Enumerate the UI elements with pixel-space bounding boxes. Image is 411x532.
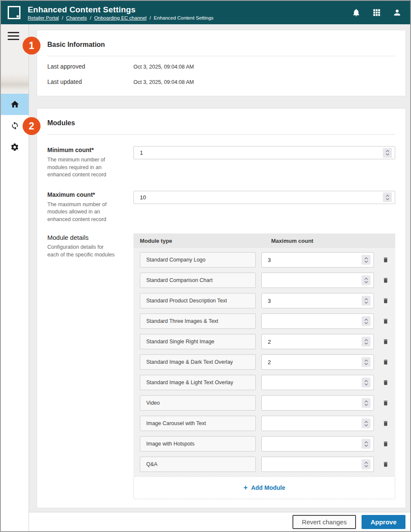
breadcrumb-link-onboarding-ec-channel[interactable]: Onboarding EC channel bbox=[94, 15, 147, 20]
module-max-count-field bbox=[261, 457, 374, 472]
settings-gear-icon bbox=[10, 143, 19, 152]
module-type-label: Standard Single Right Image bbox=[146, 339, 214, 345]
module-max-count-input[interactable] bbox=[261, 273, 374, 288]
module-table-row: Image with Hotspots bbox=[140, 436, 389, 451]
module-type-label: Standard Image & Light Text Overlay bbox=[146, 380, 233, 385]
module-type-label: Image Carousel with Text bbox=[146, 420, 206, 426]
module-max-count-input[interactable] bbox=[261, 457, 374, 472]
module-table-row: Standard Three Images & Text bbox=[140, 313, 389, 329]
last-updated-row: Last updated Oct 3, 2025, 09:04:08 AM bbox=[47, 78, 395, 85]
trash-icon bbox=[382, 460, 389, 468]
module-type-box: Standard Company Logo bbox=[140, 252, 256, 267]
trash-icon bbox=[382, 256, 389, 264]
module-type-label: Standard Three Images & Text bbox=[146, 318, 218, 324]
add-module-box: + Add Module bbox=[133, 476, 395, 499]
trash-icon bbox=[382, 379, 389, 386]
module-type-box: Standard Image & Dark Text Overlay bbox=[140, 354, 256, 370]
delete-module-button[interactable] bbox=[382, 378, 389, 387]
number-stepper[interactable] bbox=[362, 255, 370, 265]
minimum-count-input[interactable] bbox=[133, 146, 395, 159]
module-max-count-input[interactable] bbox=[261, 395, 374, 411]
module-max-count-input[interactable] bbox=[261, 436, 374, 451]
number-stepper[interactable] bbox=[362, 398, 370, 408]
module-table-row: Standard Comparison Chart bbox=[140, 273, 389, 288]
delete-module-button[interactable] bbox=[382, 358, 389, 366]
module-max-count-field bbox=[261, 293, 374, 308]
module-type-label: Image with Hotspots bbox=[146, 441, 194, 447]
module-type-label: Standard Image & Dark Text Overlay bbox=[146, 359, 233, 365]
delete-module-button[interactable] bbox=[382, 419, 389, 428]
add-module-label: Add Module bbox=[251, 484, 285, 491]
module-type-box: Image with Hotspots bbox=[140, 436, 256, 451]
module-max-count-input[interactable] bbox=[261, 252, 374, 267]
number-stepper[interactable] bbox=[362, 419, 370, 428]
module-type-box: Q&A bbox=[140, 457, 256, 472]
module-max-count-input[interactable] bbox=[261, 416, 374, 431]
module-max-count-input[interactable] bbox=[261, 334, 374, 349]
sidebar-item-home[interactable] bbox=[1, 94, 29, 115]
number-stepper[interactable] bbox=[362, 316, 370, 326]
account-person-icon[interactable] bbox=[393, 8, 402, 17]
delete-module-button[interactable] bbox=[382, 440, 389, 448]
header-icon-group bbox=[352, 8, 402, 17]
delete-module-button[interactable] bbox=[382, 276, 389, 285]
breadcrumb-link-channels[interactable]: Channels bbox=[66, 15, 87, 20]
module-details-label-col: Module details Configuration details for… bbox=[47, 233, 133, 499]
module-details-help: Configuration details for each of the sp… bbox=[47, 244, 116, 259]
maximum-count-input[interactable] bbox=[133, 191, 395, 204]
page-scroll-area[interactable]: Basic Information Last approved Oct 3, 2… bbox=[29, 24, 410, 512]
number-stepper[interactable] bbox=[362, 378, 370, 388]
module-max-count-field bbox=[261, 436, 374, 451]
header-text-block: Enhanced Content Settings Retailer Porta… bbox=[28, 5, 352, 20]
module-table-row: Video bbox=[140, 395, 389, 411]
approve-button[interactable]: Approve bbox=[362, 515, 405, 529]
module-max-count-input[interactable] bbox=[261, 313, 374, 329]
number-stepper[interactable] bbox=[362, 439, 370, 449]
modules-title: Modules bbox=[47, 119, 395, 127]
module-table-row: Standard Image & Dark Text Overlay bbox=[140, 354, 389, 370]
number-stepper[interactable] bbox=[362, 357, 370, 367]
brand-logo-dot bbox=[17, 15, 19, 17]
number-stepper[interactable] bbox=[383, 148, 392, 158]
sidebar-photo bbox=[1, 73, 29, 94]
apps-grid-icon[interactable] bbox=[372, 8, 381, 17]
delete-module-button[interactable] bbox=[382, 296, 389, 305]
number-stepper[interactable] bbox=[362, 460, 370, 469]
delete-module-button[interactable] bbox=[382, 399, 389, 407]
notifications-bell-icon[interactable] bbox=[352, 8, 361, 17]
module-max-count-input[interactable] bbox=[261, 375, 374, 390]
brand-logo-icon bbox=[8, 6, 20, 19]
delete-module-button[interactable] bbox=[382, 317, 389, 325]
module-max-count-input[interactable] bbox=[261, 293, 374, 308]
minimum-count-field-col bbox=[133, 146, 395, 179]
number-stepper[interactable] bbox=[362, 337, 370, 347]
module-max-count-input[interactable] bbox=[261, 354, 374, 370]
number-stepper[interactable] bbox=[362, 276, 370, 285]
maximum-count-row: Maximum count* The maximum number of mod… bbox=[47, 191, 395, 224]
delete-module-button[interactable] bbox=[382, 460, 389, 469]
page-title: Enhanced Content Settings bbox=[28, 5, 352, 14]
number-stepper[interactable] bbox=[383, 193, 392, 202]
number-stepper[interactable] bbox=[362, 296, 370, 306]
hamburger-menu-icon[interactable] bbox=[8, 32, 19, 40]
module-type-label: Video bbox=[146, 400, 160, 406]
maximum-count-field bbox=[133, 191, 395, 204]
add-module-button[interactable]: + Add Module bbox=[243, 484, 285, 491]
module-type-box: Standard Image & Light Text Overlay bbox=[140, 375, 256, 390]
delete-module-button[interactable] bbox=[382, 337, 389, 346]
breadcrumb-separator: / bbox=[150, 15, 151, 20]
revert-changes-button[interactable]: Revert changes bbox=[292, 515, 356, 529]
column-header-module-type: Module type bbox=[133, 238, 261, 244]
module-type-box: Standard Comparison Chart bbox=[140, 273, 256, 288]
module-type-box: Image Carousel with Text bbox=[140, 416, 256, 431]
module-max-count-field bbox=[261, 252, 374, 267]
column-header-maximum-count: Maximum count bbox=[261, 238, 313, 244]
sidebar-item-settings[interactable] bbox=[1, 136, 29, 158]
minimum-count-label: Minimum count* bbox=[47, 146, 116, 154]
breadcrumb-link-retailer-portal[interactable]: Retailer Portal bbox=[28, 15, 59, 20]
module-type-label: Q&A bbox=[146, 461, 157, 467]
delete-module-button[interactable] bbox=[382, 256, 389, 264]
module-max-count-field bbox=[261, 416, 374, 431]
maximum-count-label-col: Maximum count* The maximum number of mod… bbox=[47, 191, 133, 224]
module-max-count-field bbox=[261, 273, 374, 288]
